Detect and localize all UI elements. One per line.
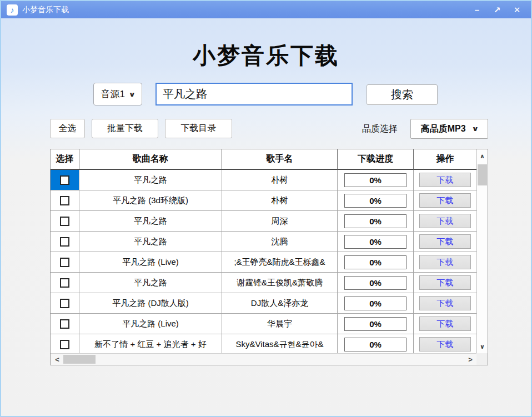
app-music-note-icon: ♪ — [7, 4, 18, 16]
scrollbar-corner — [476, 353, 488, 365]
progress-cell: 0% — [338, 211, 414, 232]
scroll-down-icon[interactable]: ∨ — [477, 341, 488, 351]
table-row: 平凡之路 周深 0% 下载 — [51, 211, 476, 232]
row-checkbox[interactable] — [60, 237, 69, 247]
table-header-row: 选择 歌曲名称 歌手名 下载进度 操作 — [51, 149, 476, 170]
progress-value: 0% — [344, 173, 406, 187]
progress-value: 0% — [344, 255, 406, 269]
progress-cell: 0% — [338, 190, 414, 211]
song-cell: 平凡之路 — [79, 273, 222, 293]
checkbox-cell — [51, 211, 79, 232]
quality-select[interactable]: 高品质MP3 ∨ — [410, 119, 488, 139]
download-dir-button[interactable]: 下载目录 — [165, 119, 232, 138]
search-button[interactable]: 搜索 — [367, 84, 438, 105]
results-table: 选择 歌曲名称 歌手名 下载进度 操作 平凡之路 朴树 0% 下载 平凡之路 (… — [50, 149, 488, 365]
row-checkbox[interactable] — [60, 217, 69, 226]
action-cell: 下载 — [414, 273, 476, 293]
checkbox-cell — [51, 334, 79, 353]
artist-cell: 朴树 — [222, 190, 338, 211]
progress-cell: 0% — [338, 334, 414, 353]
window-controls: – ↗ ✕ — [469, 3, 525, 17]
progress-value: 0% — [344, 214, 406, 228]
col-header-artist: 歌手名 — [222, 149, 338, 170]
scroll-up-icon[interactable]: ∧ — [477, 151, 488, 161]
row-checkbox[interactable] — [60, 196, 69, 205]
quality-label: 品质选择 — [362, 123, 398, 135]
progress-value: 0% — [344, 235, 406, 249]
table-row: 平凡之路 (3d环绕版) 朴树 0% 下载 — [51, 190, 476, 211]
artist-cell: 周深 — [222, 211, 338, 232]
chevron-down-icon: ∨ — [471, 125, 479, 133]
download-button[interactable]: 下载 — [419, 173, 471, 187]
progress-value: 0% — [344, 194, 406, 208]
row-checkbox[interactable] — [60, 175, 69, 185]
horizontal-scrollbar[interactable]: < > — [51, 353, 476, 365]
batch-download-button[interactable]: 批量下载 — [92, 119, 158, 138]
col-header-select: 选择 — [51, 149, 79, 170]
progress-cell: 0% — [338, 170, 414, 190]
download-button[interactable]: 下载 — [419, 193, 471, 208]
progress-cell: 0% — [338, 252, 414, 273]
progress-value: 0% — [344, 338, 406, 351]
artist-cell: ;&王铮亮&陆虎&王栎鑫& — [222, 252, 338, 273]
checkbox-cell — [51, 293, 79, 314]
row-checkbox[interactable] — [60, 278, 69, 288]
download-button[interactable]: 下载 — [419, 296, 471, 310]
row-checkbox[interactable] — [60, 319, 69, 329]
action-cell: 下载 — [414, 314, 476, 334]
minimize-icon[interactable]: – — [469, 3, 485, 17]
scroll-left-icon[interactable]: < — [52, 354, 62, 365]
row-checkbox[interactable] — [60, 258, 69, 267]
row-checkbox[interactable] — [60, 340, 69, 349]
artist-cell: 华晨宇 — [222, 314, 338, 334]
action-cell: 下载 — [414, 293, 476, 314]
download-button[interactable]: 下载 — [419, 275, 471, 290]
window-title: 小梦音乐下载 — [22, 5, 69, 15]
checkbox-cell — [51, 232, 79, 252]
table-body: 平凡之路 朴树 0% 下载 平凡之路 (3d环绕版) 朴树 0% 下载 平凡之路… — [51, 170, 476, 353]
vertical-scrollbar-thumb[interactable] — [478, 164, 487, 185]
table-row: 平凡之路 谢霆锋&王俊凯&萧敬腾 0% 下载 — [51, 273, 476, 293]
horizontal-scrollbar-thumb[interactable] — [63, 355, 96, 364]
download-button[interactable]: 下载 — [419, 337, 471, 351]
download-button[interactable]: 下载 — [419, 214, 471, 228]
progress-cell: 0% — [338, 232, 414, 252]
action-cell: 下载 — [414, 211, 476, 232]
download-button[interactable]: 下载 — [419, 255, 471, 269]
song-cell: 平凡之路 (Live) — [79, 314, 222, 334]
artist-cell: Sky&Vitas&규현&윤아& — [222, 334, 338, 353]
checkbox-cell — [51, 314, 79, 334]
song-cell: 平凡之路 (3d环绕版) — [79, 190, 222, 211]
download-button[interactable]: 下载 — [419, 316, 471, 331]
progress-value: 0% — [344, 276, 406, 290]
app-window: ♪ 小梦音乐下载 – ↗ ✕ 小梦音乐下载 音源1 ∨ 搜索 全选 批量下载 下… — [0, 0, 532, 417]
page-title: 小梦音乐下载 — [1, 41, 531, 71]
titlebar: ♪ 小梦音乐下载 – ↗ ✕ — [1, 1, 531, 18]
song-cell: 新不了情 + 红豆 + 追光者 + 好 — [79, 334, 222, 353]
col-header-progress: 下载进度 — [338, 149, 414, 170]
select-all-button[interactable]: 全选 — [50, 119, 85, 138]
maximize-icon[interactable]: ↗ — [489, 3, 505, 17]
chevron-down-icon: ∨ — [128, 91, 135, 98]
results-grid: 选择 歌曲名称 歌手名 下载进度 操作 平凡之路 朴树 0% 下载 平凡之路 (… — [51, 149, 476, 353]
progress-value: 0% — [344, 297, 406, 310]
table-row: 新不了情 + 红豆 + 追光者 + 好 Sky&Vitas&규현&윤아& 0% … — [51, 334, 476, 353]
quality-select-value: 高品质MP3 — [421, 123, 466, 135]
checkbox-cell — [51, 273, 79, 293]
vertical-scrollbar[interactable]: ∧ ∨ — [476, 149, 488, 353]
search-input[interactable] — [155, 83, 353, 105]
artist-cell: 朴树 — [222, 170, 338, 190]
source-select[interactable]: 音源1 ∨ — [93, 83, 142, 105]
scroll-right-icon[interactable]: > — [465, 354, 475, 365]
col-header-action: 操作 — [414, 149, 476, 170]
close-icon[interactable]: ✕ — [509, 3, 525, 17]
song-cell: 平凡之路 (Live) — [79, 252, 222, 273]
row-checkbox[interactable] — [60, 299, 69, 308]
artist-cell: DJ散人&泽亦龙 — [222, 293, 338, 314]
col-header-song: 歌曲名称 — [79, 149, 222, 170]
song-cell: 平凡之路 (DJ散人版) — [79, 293, 222, 314]
action-cell: 下载 — [414, 252, 476, 273]
table-row: 平凡之路 (Live) ;&王铮亮&陆虎&王栎鑫& 0% 下载 — [51, 252, 476, 273]
download-button[interactable]: 下载 — [419, 234, 471, 249]
progress-value: 0% — [344, 317, 406, 331]
